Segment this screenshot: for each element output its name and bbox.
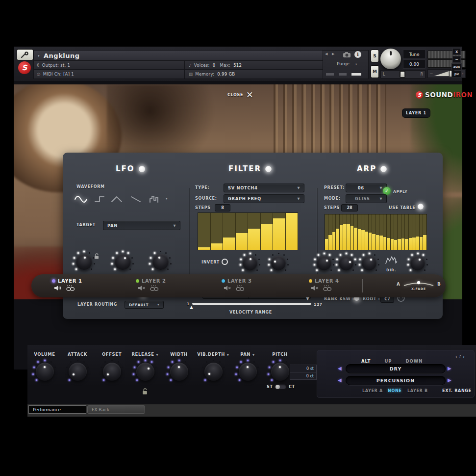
release-lock-icon[interactable] [142, 388, 148, 395]
pitch-knob[interactable] [271, 363, 289, 381]
pan-knob-label[interactable]: PAN ▼ [240, 352, 255, 357]
layer-1-speaker-on-icon[interactable] [54, 285, 62, 291]
arp-mode-dropdown[interactable]: GLISS ▼ [346, 194, 387, 203]
vibdepth-knob[interactable] [204, 363, 223, 381]
wave-random-button[interactable] [148, 194, 162, 205]
width-knob[interactable] [170, 363, 188, 381]
prev-arrow-icon[interactable]: ◀ [325, 52, 327, 56]
arp-velocity-graph[interactable] [325, 214, 427, 250]
minimize-instrument-button[interactable]: − [452, 56, 461, 63]
slot2-next-arrow[interactable]: ▶ [448, 377, 451, 383]
tab-performance[interactable]: Performance [28, 405, 86, 414]
layer-3-speaker-mute-icon[interactable] [224, 285, 231, 291]
midi-channel-select[interactable]: ◎ MIDI Ch: [A] 1 ▾ [33, 69, 191, 79]
layer-2-speaker-mute-icon[interactable] [138, 285, 146, 291]
none-option[interactable]: NONE [388, 389, 401, 393]
vibdepth-label[interactable]: VIB.DEPTH ▼ [197, 352, 229, 357]
layer-3-unlink-icon[interactable] [235, 285, 245, 291]
xfade-slider[interactable] [403, 279, 434, 287]
tab-up[interactable]: UP [384, 359, 392, 364]
wrench-button[interactable] [17, 49, 33, 60]
tune-knob[interactable] [380, 49, 401, 69]
filter-steps-value[interactable]: 8 [215, 204, 230, 212]
layer-4-unlink-icon[interactable] [323, 285, 332, 291]
filter-source-dropdown[interactable]: GRAPH FREQ ▼ [224, 194, 304, 203]
wave-sine-button[interactable] [74, 194, 88, 205]
slot2-prev-arrow[interactable]: ◀ [338, 377, 342, 383]
slot1-next-arrow[interactable]: ▶ [448, 366, 451, 371]
arp-rand-knob[interactable] [339, 256, 353, 270]
purge-label[interactable]: Purge [337, 61, 350, 66]
lfo-power-led[interactable] [139, 166, 145, 172]
info-icon[interactable]: i [354, 51, 361, 58]
aux-button[interactable]: aux [451, 63, 462, 70]
slot1-prev-arrow[interactable]: ◀ [338, 366, 342, 371]
arp-apply-button[interactable]: ✓ [383, 187, 391, 195]
use-table-toggle[interactable] [418, 204, 424, 210]
tune-value[interactable]: 0.00 [403, 59, 426, 69]
arp-curve-knob[interactable] [362, 256, 376, 270]
purge-caret-icon[interactable]: ▾ [355, 62, 357, 66]
close-instrument-button[interactable]: x [452, 48, 461, 55]
velocity-slider-track[interactable] [192, 303, 311, 305]
tab-down[interactable]: DOWN [406, 359, 423, 364]
invert-toggle[interactable] [222, 259, 228, 265]
layer-3-tab[interactable]: LAYER 3 [222, 278, 252, 291]
arp-steps-value[interactable]: 28 [341, 204, 358, 212]
arp-power-led[interactable] [380, 166, 387, 172]
arp-scale-knob[interactable] [317, 256, 331, 270]
filter-power-led[interactable] [265, 166, 272, 172]
layer-4-tab[interactable]: LAYER 4 [309, 278, 339, 291]
output-select[interactable]: € Output: st. 1 ▾ [33, 60, 191, 70]
layer-2-tab[interactable]: LAYER 2 [136, 278, 166, 291]
layer-1-tab[interactable]: LAYER 1 [52, 278, 82, 291]
filter-type-dropdown[interactable]: SV NOTCH4 ▼ [224, 184, 304, 192]
arp-rate-knob[interactable] [410, 256, 425, 270]
pan-knob[interactable] [239, 363, 257, 381]
layer-b-option[interactable]: LAYER B [407, 389, 428, 393]
layer-1-unlink-icon[interactable] [66, 285, 75, 291]
wave-more-caret-icon[interactable]: ▾ [166, 197, 168, 201]
tune-mode-label[interactable]: Tune [403, 50, 426, 59]
tab-fx-rack[interactable]: FX Rack [87, 405, 145, 414]
layer-4-speaker-mute-icon[interactable] [311, 285, 319, 291]
ext-range-button[interactable]: EXT. RANGE [442, 389, 472, 393]
midi-drag-icon[interactable]: ←♪→ [455, 354, 464, 359]
volume-knob[interactable] [36, 363, 54, 381]
lfo-target-dropdown[interactable]: PAN ▼ [103, 221, 180, 230]
next-arrow-icon[interactable]: ▶ [332, 52, 334, 56]
close-performance-button[interactable]: CLOSE ✕ [227, 90, 253, 100]
arp-direction-icon[interactable] [385, 255, 398, 265]
st-ct-switch[interactable] [275, 384, 286, 389]
release-knob[interactable] [136, 363, 154, 381]
arp-preset-dropdown[interactable]: 06 ▼ [346, 184, 387, 192]
lfo-fade-knob[interactable] [152, 254, 169, 270]
layer-2-unlink-icon[interactable] [150, 285, 159, 291]
wave-triangle-button[interactable] [110, 194, 124, 205]
offset-knob[interactable] [103, 363, 121, 381]
layer-a-option[interactable]: LAYER A [362, 389, 383, 393]
filter-step-graph[interactable] [198, 212, 298, 250]
attack-knob[interactable] [69, 363, 87, 381]
filter-freq-knob[interactable] [271, 256, 286, 270]
slot1-selector[interactable]: DRY [346, 364, 446, 373]
release-label[interactable]: RELEASE ▼ [131, 352, 158, 357]
pan-handle[interactable] [400, 71, 405, 78]
pan-slider[interactable]: L R [380, 70, 426, 79]
slot2-selector[interactable]: PERCUSSION [346, 376, 446, 385]
lfo-time-knob[interactable] [76, 254, 92, 270]
solo-button[interactable]: S [371, 50, 379, 62]
mute-button[interactable]: M [371, 65, 379, 78]
pitch-cents-value[interactable]: 0 ct [290, 372, 317, 380]
wave-square-button[interactable] [93, 194, 106, 205]
filter-reso-knob[interactable] [243, 256, 257, 270]
instrument-titlebar[interactable]: ▾ Angklung [33, 50, 330, 61]
lock-open-icon[interactable] [94, 253, 99, 259]
pitch-semitones-value[interactable]: 0 st [290, 365, 317, 372]
layer-routing-dropdown[interactable]: DEFAULT ▾ [125, 301, 164, 309]
velocity-min-marker[interactable]: ▲ [190, 305, 193, 310]
lfo-intensity-knob[interactable] [115, 254, 131, 270]
camera-icon[interactable] [343, 52, 351, 58]
wave-saw-button[interactable] [129, 194, 142, 205]
pv-button[interactable]: pv [451, 71, 462, 78]
